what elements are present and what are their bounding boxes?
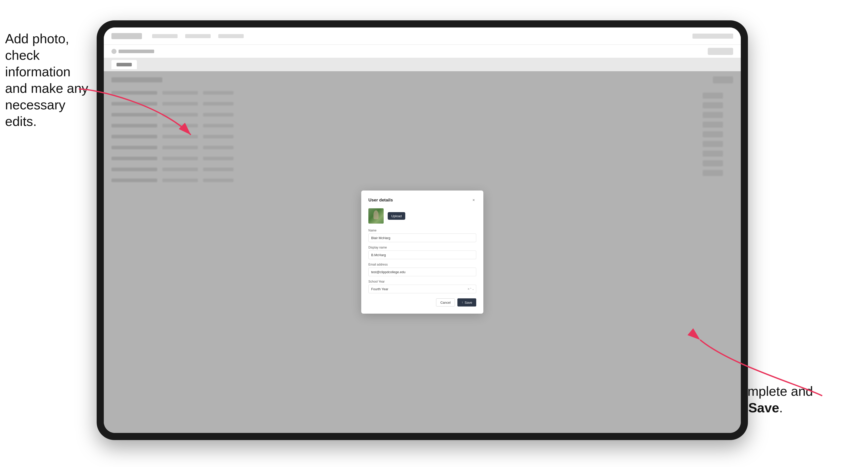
email-input[interactable] <box>368 268 476 276</box>
app-container: User details × Upload Name <box>104 28 741 433</box>
school-year-select-wrapper: × ⌃⌄ <box>368 285 476 293</box>
sub-nav <box>104 45 741 58</box>
sub-nav-action[interactable] <box>708 48 733 55</box>
nav-link-2[interactable] <box>185 34 211 38</box>
display-name-label: Display name <box>368 246 476 249</box>
email-label: Email address <box>368 263 476 266</box>
save-button[interactable]: ↑ Save <box>457 299 476 307</box>
user-details-modal: User details × Upload Name <box>361 190 483 314</box>
user-photo-thumbnail <box>368 208 384 224</box>
tab-bar <box>104 58 741 71</box>
nav-link-1[interactable] <box>152 34 178 38</box>
tablet-screen: User details × Upload Name <box>104 28 741 433</box>
breadcrumb-text <box>119 50 154 53</box>
annotation-left: Add photo, check information and make an… <box>5 31 92 130</box>
school-year-input[interactable] <box>368 285 476 293</box>
main-content: User details × Upload Name <box>104 71 741 433</box>
modal-footer: Cancel ↑ Save <box>368 299 476 307</box>
display-name-field-group: Display name <box>368 246 476 259</box>
nav-right-menu[interactable] <box>692 34 733 39</box>
tab-users-label <box>117 63 132 66</box>
school-year-label: School Year <box>368 280 476 283</box>
select-clear-icon[interactable]: × <box>468 287 470 291</box>
photo-section: Upload <box>368 208 476 224</box>
name-field-group: Name <box>368 229 476 242</box>
display-name-input[interactable] <box>368 251 476 259</box>
cancel-button[interactable]: Cancel <box>436 299 455 307</box>
modal-header: User details × <box>368 198 476 203</box>
tablet-frame: User details × Upload Name <box>97 20 748 440</box>
save-button-label: Save <box>465 301 472 305</box>
upload-photo-button[interactable]: Upload <box>388 212 405 220</box>
tab-users[interactable] <box>112 60 137 69</box>
user-photo-image <box>368 208 384 224</box>
save-icon: ↑ <box>462 301 463 304</box>
modal-close-button[interactable]: × <box>471 198 476 203</box>
select-arrows-icon[interactable]: ⌃⌄ <box>470 287 474 291</box>
name-input[interactable] <box>368 234 476 242</box>
breadcrumb <box>112 49 154 54</box>
nav-link-3[interactable] <box>218 34 244 38</box>
top-nav <box>104 28 741 45</box>
modal-overlay: User details × Upload Name <box>104 71 741 433</box>
email-field-group: Email address <box>368 263 476 276</box>
breadcrumb-icon <box>112 49 117 54</box>
modal-title: User details <box>368 198 393 203</box>
nav-logo <box>112 33 142 39</box>
school-year-field-group: School Year × ⌃⌄ <box>368 280 476 293</box>
name-label: Name <box>368 229 476 232</box>
nav-links <box>152 34 244 38</box>
